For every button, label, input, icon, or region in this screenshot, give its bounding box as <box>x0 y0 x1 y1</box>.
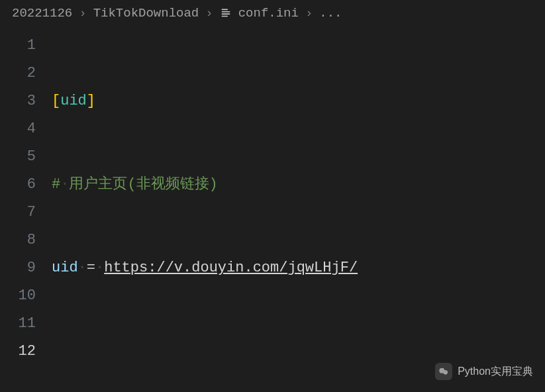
code-editor[interactable]: 1 2 3 4 5 6 7 8 9 10 11 12 [uid] #·用户主页(… <box>0 26 545 392</box>
whitespace-dot: · <box>95 260 104 276</box>
code-line[interactable]: #·用户主页(非视频链接) <box>52 171 545 199</box>
file-icon <box>220 7 232 19</box>
comment-hash: # <box>52 176 60 193</box>
code-line[interactable]: [uid] <box>52 87 545 115</box>
svg-point-1 <box>444 370 448 375</box>
line-number: 9 <box>0 254 52 282</box>
line-number: 10 <box>0 282 52 310</box>
breadcrumb-more[interactable]: ... <box>319 6 342 21</box>
breadcrumb[interactable]: 20221126 › TikTokDownload › conf.ini › .… <box>0 0 545 26</box>
line-number: 2 <box>0 60 52 87</box>
equals-sign: = <box>87 260 95 276</box>
watermark-text: Python实用宝典 <box>458 365 533 379</box>
line-number-active: 12 <box>0 338 52 366</box>
line-number: 6 <box>0 171 52 199</box>
bracket-close: ] <box>87 93 95 109</box>
comment-text: 用户主页(非视频链接) <box>69 176 217 193</box>
code-line-empty[interactable] <box>52 338 545 366</box>
line-number: 8 <box>0 226 52 254</box>
breadcrumb-part-2[interactable]: TikTokDownload <box>93 6 199 21</box>
line-number: 4 <box>0 115 52 143</box>
ini-key: uid <box>52 260 78 276</box>
chevron-right-icon: › <box>205 6 213 21</box>
code-area[interactable]: [uid] #·用户主页(非视频链接) uid·=·https://v.douy… <box>52 26 545 392</box>
section-name: uid <box>60 93 87 109</box>
chevron-right-icon: › <box>79 6 86 21</box>
wechat-icon <box>435 363 452 380</box>
whitespace-dot: · <box>78 260 87 276</box>
line-number: 5 <box>0 143 52 171</box>
bracket-open: [ <box>52 93 60 109</box>
code-line[interactable]: uid·=·https://v.douyin.com/jqwLHjF/ <box>52 254 545 282</box>
breadcrumb-file[interactable]: conf.ini <box>238 6 299 21</box>
line-number: 3 <box>0 87 52 115</box>
whitespace-dot: · <box>60 176 69 193</box>
line-number: 1 <box>0 32 52 60</box>
watermark: Python实用宝典 <box>435 363 533 380</box>
url-value[interactable]: https://v.douyin.com/jqwLHjF/ <box>104 260 358 276</box>
breadcrumb-part-1[interactable]: 20221126 <box>12 6 72 21</box>
chevron-right-icon: › <box>305 6 313 21</box>
line-number: 11 <box>0 310 52 338</box>
line-number: 7 <box>0 199 52 226</box>
line-number-gutter: 1 2 3 4 5 6 7 8 9 10 11 12 <box>0 26 52 392</box>
